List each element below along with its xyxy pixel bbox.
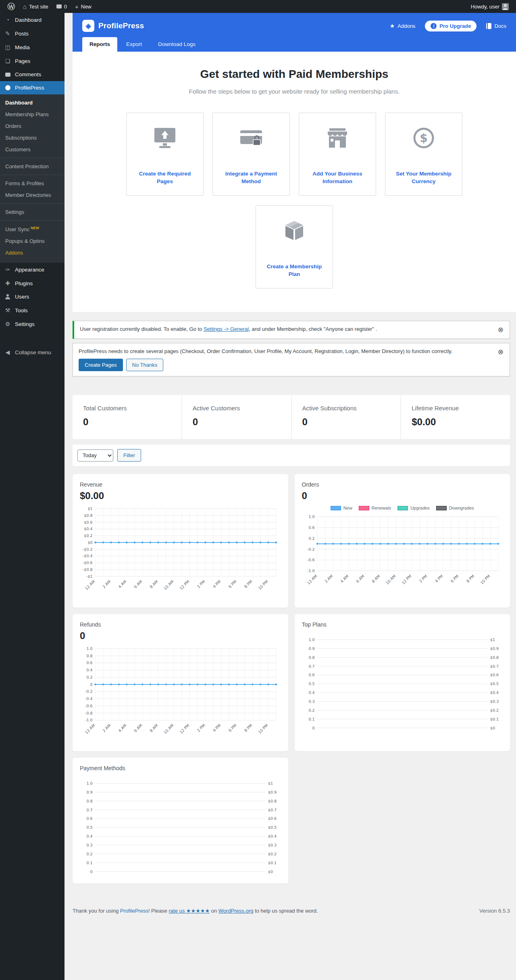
sidebar-item-plugins[interactable]: ✚ Plugins (0, 276, 64, 290)
create-pages-notice: ProfilePress needs to create several pag… (73, 343, 510, 376)
svg-text:0.8: 0.8 (308, 655, 314, 659)
submenu-item-dashboard[interactable]: Dashboard (0, 97, 64, 109)
wp-admin-bar: Ⓦ ⌂ Test site 0 + New Howdy, user (0, 0, 516, 13)
setup-card-business-info[interactable]: Add Your Business Information (299, 113, 376, 196)
plus-icon: + (75, 4, 79, 10)
svg-text:0.5: 0.5 (86, 825, 92, 830)
setup-card-label: Integrate a Payment Method (218, 170, 285, 186)
wordpress-menu[interactable]: Ⓦ (4, 0, 18, 13)
legend-item-renewals[interactable]: Renewals (359, 506, 391, 510)
new-badge: NEW (31, 226, 39, 230)
submenu-item-membership-plans[interactable]: Membership Plans (0, 109, 64, 120)
svg-text:-0.4: -0.4 (85, 696, 93, 701)
legend-item-downgrades[interactable]: Downgrades (436, 506, 474, 510)
tab-reports[interactable]: Reports (82, 37, 117, 52)
svg-text:$0.8: $0.8 (490, 655, 498, 659)
orders-card: Orders 0 NewRenewalsUpgradesDowngrades 1… (295, 474, 510, 608)
stat-active-subscriptions: Active Subscriptions 0 (292, 395, 401, 439)
setup-card-membership-plan[interactable]: Create a Membership Plan (256, 205, 333, 288)
sidebar-item-profilepress[interactable]: ProfilePress (0, 81, 64, 94)
submenu-item-user-sync[interactable]: User SyncNEW (0, 223, 64, 235)
svg-text:$0.4: $0.4 (268, 834, 277, 838)
sidebar-item-appearance[interactable]: ✑ Appearance (0, 263, 64, 276)
submenu-item-forms-profiles[interactable]: Forms & Profiles (0, 178, 64, 189)
svg-text:$0.7: $0.7 (490, 664, 498, 668)
sidebar-item-label: Posts (15, 31, 29, 37)
submenu-item-settings[interactable]: Settings (0, 206, 64, 218)
addons-link[interactable]: ★ Addons (390, 23, 416, 29)
sidebar-item-tools[interactable]: ⚒ Tools (0, 303, 64, 317)
submenu-item-subscriptions[interactable]: Subscriptions (0, 132, 64, 144)
setup-card-required-pages[interactable]: Create the Required Pages (126, 113, 204, 196)
rate-us-link[interactable]: rate us ★★★★★ (169, 908, 210, 914)
sidebar-item-dashboard[interactable]: ◔ Dashboard (0, 13, 64, 27)
package-icon (281, 219, 307, 244)
collapse-menu-button[interactable]: ◀ Collapse menu (0, 345, 64, 359)
svg-text:0.2: 0.2 (86, 675, 92, 679)
svg-text:0.9: 0.9 (308, 646, 314, 651)
svg-text:$0.2: $0.2 (490, 708, 498, 713)
account-menu[interactable]: Howdy, user (468, 0, 512, 13)
settings-general-link[interactable]: Settings -> General (204, 326, 249, 332)
svg-text:6 PM: 6 PM (449, 574, 459, 583)
notice-text: User registration currently disabled. To… (80, 326, 377, 332)
legend-item-upgrades[interactable]: Upgrades (397, 506, 430, 510)
pro-upgrade-button[interactable]: i Pro Upgrade (425, 21, 476, 31)
submenu-item-orders[interactable]: Orders (0, 120, 64, 132)
chart-title: Refunds (80, 621, 281, 628)
svg-text:2 AM: 2 AM (102, 579, 112, 589)
filter-button[interactable]: Filter (117, 449, 141, 462)
sidebar-item-media[interactable]: ◫ Media (0, 40, 64, 54)
create-pages-button[interactable]: Create Pages (79, 359, 123, 371)
dismiss-notice-icon[interactable]: ⊗ (497, 326, 505, 334)
legend-item-new[interactable]: New (331, 506, 352, 510)
date-range-select[interactable]: Today (77, 449, 113, 462)
submenu-item-content-protection[interactable]: Content Protection (0, 161, 64, 172)
legend-label: Upgrades (410, 506, 430, 510)
submenu-item-addons[interactable]: Addons (0, 247, 64, 259)
comments-link[interactable]: 0 (53, 0, 70, 13)
sidebar-item-comments[interactable]: Comments (0, 68, 64, 81)
svg-text:2 AM: 2 AM (102, 723, 112, 733)
sidebar-item-pages[interactable]: ❏ Pages (0, 54, 64, 68)
new-content-link[interactable]: + New (72, 0, 95, 13)
submenu-item-customers[interactable]: Customers (0, 144, 64, 155)
svg-text:0.9: 0.9 (86, 790, 92, 794)
svg-text:-$0.8: -$0.8 (83, 567, 93, 572)
svg-text:4 AM: 4 AM (117, 723, 127, 733)
setup-card-label: Set Your Membership Currency (390, 170, 457, 186)
chart-value: 0 (80, 630, 281, 641)
pin-icon: ✎ (4, 30, 12, 37)
tab-export[interactable]: Export (119, 37, 149, 52)
tab-download-logs[interactable]: Download Logs (151, 37, 203, 52)
sidebar-item-users[interactable]: Users (0, 290, 64, 303)
svg-text:1.0: 1.0 (86, 646, 92, 651)
info-icon: i (431, 23, 437, 29)
sidebar-item-settings[interactable]: ⚙ Settings (0, 317, 64, 331)
sidebar-item-label: Collapse menu (15, 349, 51, 355)
no-thanks-button[interactable]: No Thanks (126, 359, 164, 371)
submenu-item-popups-optins[interactable]: Popups & Optins (0, 235, 64, 247)
setup-card-payment-method[interactable]: Integrate a Payment Method (212, 113, 290, 196)
brush-icon: ✑ (4, 266, 12, 273)
wordpress-org-link[interactable]: WordPress.org (218, 908, 253, 914)
sidebar-item-posts[interactable]: ✎ Posts (0, 27, 64, 40)
svg-text:0.7: 0.7 (86, 808, 92, 812)
svg-text:0.3: 0.3 (86, 843, 92, 847)
version-label: Version 6.5.3 (479, 908, 510, 914)
svg-text:-0.2: -0.2 (85, 689, 93, 694)
payment-methods-chart: 1.0$10.9$0.90.8$0.80.7$0.70.6$0.60.5$0.5… (80, 780, 281, 878)
docs-link[interactable]: Docs (486, 23, 506, 29)
svg-text:$0.2: $0.2 (268, 852, 277, 856)
svg-text:$0.3: $0.3 (490, 699, 498, 704)
dismiss-notice-icon[interactable]: ⊗ (497, 348, 505, 356)
profilepress-logo[interactable]: ◈ ProfilePress (82, 20, 144, 32)
svg-text:2 PM: 2 PM (196, 579, 206, 589)
submenu-item-member-directories[interactable]: Member Directories (0, 189, 64, 201)
svg-text:$0.1: $0.1 (490, 717, 498, 721)
site-name-link[interactable]: ⌂ Test site (20, 0, 52, 13)
svg-text:10 AM: 10 AM (385, 574, 396, 585)
profilepress-link[interactable]: ProfilePress (120, 908, 148, 914)
svg-text:$0: $0 (490, 725, 495, 730)
setup-card-currency[interactable]: $ Set Your Membership Currency (385, 113, 462, 196)
